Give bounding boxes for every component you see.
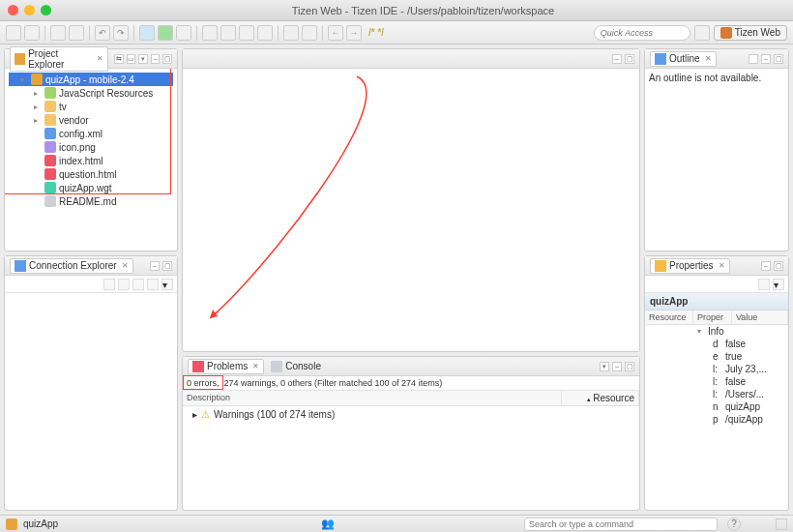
tool-button[interactable] xyxy=(257,25,273,41)
collapse-icon[interactable]: ▾ xyxy=(697,327,705,336)
properties-header: Resource Proper Value xyxy=(645,310,788,325)
close-tab-icon[interactable]: ✕ xyxy=(122,261,129,270)
undo-button[interactable]: ↶ xyxy=(95,25,110,41)
comment-toggle-icon[interactable]: /* */ xyxy=(368,27,384,38)
outline-tab[interactable]: Outline ✕ xyxy=(650,51,717,67)
tree-item[interactable]: ▸JavaScript Resources xyxy=(22,86,173,100)
warnings-group-row[interactable]: ▸ ⚠ Warnings (100 of 274 items) xyxy=(187,408,635,421)
view-menu-icon[interactable]: ▾ xyxy=(773,279,784,290)
tool-button[interactable] xyxy=(758,279,770,290)
property-row[interactable]: etrue xyxy=(705,350,788,363)
quick-access-input[interactable] xyxy=(594,25,690,41)
maximize-icon[interactable]: ▢ xyxy=(162,261,172,271)
tool-button[interactable] xyxy=(69,25,84,41)
help-icon[interactable]: ? xyxy=(727,517,741,531)
tree-item[interactable]: index.html xyxy=(22,154,173,167)
status-project: quizApp xyxy=(23,518,58,529)
maximize-icon[interactable]: ▢ xyxy=(774,261,783,271)
view-menu-icon[interactable]: ▾ xyxy=(162,279,173,290)
expand-icon[interactable]: ▸ xyxy=(34,103,42,111)
minimize-icon[interactable]: – xyxy=(761,54,771,64)
perspective-switcher[interactable]: Tizen Web xyxy=(714,25,787,41)
debug-button[interactable] xyxy=(139,25,155,41)
tool-button[interactable] xyxy=(220,25,236,41)
connection-explorer-tab[interactable]: Connection Explorer ✕ xyxy=(10,258,133,274)
property-row[interactable]: l:false xyxy=(705,375,788,388)
collapse-all-icon[interactable]: ▭ xyxy=(127,54,136,64)
close-tab-icon[interactable]: ✕ xyxy=(252,362,259,370)
tool-button[interactable] xyxy=(749,54,758,64)
project-tree[interactable]: ▾ quizApp - mobile-2.4 xyxy=(9,73,173,86)
open-perspective-button[interactable] xyxy=(694,25,710,41)
close-tab-icon[interactable]: ✕ xyxy=(719,261,725,270)
save-button[interactable] xyxy=(24,25,40,41)
person-icon[interactable]: 👥 xyxy=(321,517,335,530)
tree-item[interactable]: README.md xyxy=(22,194,173,208)
hammer-icon[interactable] xyxy=(50,25,66,41)
property-row[interactable]: l:July 23,... xyxy=(705,363,788,375)
zoom-icon[interactable] xyxy=(41,5,51,15)
tool-button[interactable] xyxy=(132,279,144,290)
forward-button[interactable]: → xyxy=(346,25,362,41)
tree-item[interactable]: quizApp.wgt xyxy=(22,181,173,194)
problems-tab[interactable]: Problems ✕ xyxy=(188,359,264,374)
property-row[interactable]: l:/Users/... xyxy=(705,388,788,400)
tool-button[interactable] xyxy=(283,25,299,41)
property-row[interactable]: dfalse xyxy=(705,338,788,350)
tool-button[interactable] xyxy=(176,25,191,41)
tool-button[interactable] xyxy=(202,25,218,41)
minimize-icon[interactable]: – xyxy=(612,54,622,64)
properties-tab[interactable]: Properties ✕ xyxy=(650,258,730,274)
view-menu-icon[interactable]: ▾ xyxy=(600,362,609,371)
maximize-icon[interactable]: ▢ xyxy=(162,54,172,64)
property-value: /Users/... xyxy=(725,389,764,399)
minimize-icon[interactable]: – xyxy=(761,261,771,271)
tree-item-label: quizApp.wgt xyxy=(59,183,111,193)
maximize-icon[interactable]: ▢ xyxy=(774,54,783,64)
command-search-input[interactable] xyxy=(524,517,718,531)
console-icon xyxy=(271,361,282,372)
minimize-icon[interactable]: – xyxy=(151,54,161,64)
redo-button[interactable]: ↷ xyxy=(113,25,129,41)
info-group-row[interactable]: ▾ Info xyxy=(645,325,788,338)
tool-button[interactable] xyxy=(776,518,787,530)
tool-button[interactable] xyxy=(118,279,130,290)
tool-button[interactable] xyxy=(103,279,115,290)
col-resource[interactable]: ▴ Resource xyxy=(562,391,639,405)
close-tab-icon[interactable]: ✕ xyxy=(97,54,103,63)
tree-item[interactable]: question.html xyxy=(22,167,173,181)
project-explorer-tab[interactable]: Project Explorer ✕ xyxy=(10,46,108,72)
expand-icon[interactable]: ▸ xyxy=(34,89,42,98)
link-editor-icon[interactable]: ⇆ xyxy=(114,54,124,64)
tree-item[interactable]: ▸vendor xyxy=(22,113,173,127)
tool-button[interactable] xyxy=(147,279,159,290)
tool-button[interactable] xyxy=(302,25,317,41)
col-value[interactable]: Value xyxy=(732,310,788,324)
maximize-icon[interactable]: ▢ xyxy=(625,362,634,371)
minimize-icon[interactable] xyxy=(24,5,35,15)
tool-button[interactable] xyxy=(239,25,254,41)
tree-item[interactable]: icon.png xyxy=(22,140,173,154)
property-row[interactable]: nquizApp xyxy=(705,400,788,413)
col-description[interactable]: Description xyxy=(183,391,562,405)
tree-item[interactable]: config.xml xyxy=(22,127,173,140)
minimize-icon[interactable]: – xyxy=(612,362,622,371)
expand-icon[interactable]: ▸ xyxy=(34,116,42,125)
close-tab-icon[interactable]: ✕ xyxy=(705,54,712,63)
run-button[interactable] xyxy=(158,25,173,41)
back-button[interactable]: ← xyxy=(328,25,343,41)
view-menu-icon[interactable]: ▾ xyxy=(138,54,148,64)
console-tab[interactable]: Console xyxy=(267,360,325,373)
status-bar: quizApp 👥 ? xyxy=(0,515,793,532)
col-property[interactable]: Proper xyxy=(693,310,732,324)
expand-icon[interactable]: ▾ xyxy=(20,75,28,84)
maximize-icon[interactable]: ▢ xyxy=(625,54,634,64)
tree-root[interactable]: ▾ quizApp - mobile-2.4 xyxy=(9,73,173,86)
tree-item[interactable]: ▸tv xyxy=(22,100,173,113)
new-button[interactable] xyxy=(6,25,21,41)
expand-icon[interactable]: ▸ xyxy=(192,409,197,420)
property-row[interactable]: p/quizApp xyxy=(705,413,788,426)
close-icon[interactable] xyxy=(8,5,18,15)
col-resource[interactable]: Resource xyxy=(645,310,693,324)
minimize-icon[interactable]: – xyxy=(150,261,160,271)
